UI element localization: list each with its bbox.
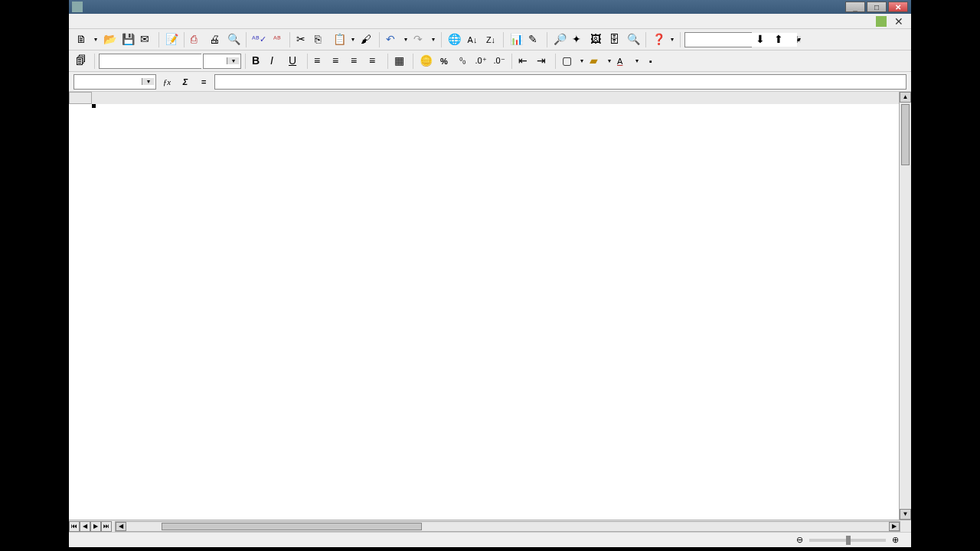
navigator-button[interactable]: ✦: [570, 31, 586, 48]
undo-button[interactable]: ↶: [384, 31, 400, 48]
maximize-button[interactable]: □: [867, 2, 887, 12]
tab-next-button[interactable]: ▶: [90, 521, 101, 532]
cut-button[interactable]: ✂: [294, 31, 311, 48]
tab-last-button[interactable]: ⏭: [101, 521, 112, 532]
find-prev-button[interactable]: ⬆: [772, 31, 789, 48]
tab-prev-button[interactable]: ◀: [80, 521, 90, 532]
active-cell-indicator: [92, 104, 95, 107]
sheet-area: ▲ ▼: [69, 92, 911, 520]
paste-dropdown[interactable]: ▾: [349, 36, 357, 43]
app-window: _ □ ✕ ✕ 🗎▾ 📂 💾 ✉ 📝 ⎙ 🖨 🔍 ᴬᴮ✓ ᴬᴮ ✂ ⎘ 📋▾ 🖌…: [69, 0, 911, 547]
dec-indent-button[interactable]: ⇤: [516, 53, 533, 70]
edit-doc-button[interactable]: 📝: [163, 31, 180, 48]
find-combo[interactable]: ▾: [684, 32, 752, 47]
underline-button[interactable]: U: [286, 53, 303, 70]
standard-format-button[interactable]: ⁰₀: [454, 53, 471, 70]
tab-first-button[interactable]: ⏮: [69, 521, 80, 532]
open-button[interactable]: 📂: [101, 31, 118, 48]
undo-dropdown[interactable]: ▾: [402, 36, 410, 43]
merge-cells-button[interactable]: ▦: [392, 53, 409, 70]
row-headers: [69, 104, 92, 520]
standard-toolbar: 🗎▾ 📂 💾 ✉ 📝 ⎙ 🖨 🔍 ᴬᴮ✓ ᴬᴮ ✂ ⎘ 📋▾ 🖌 ↶▾ ↷▾ 🌐…: [69, 29, 911, 51]
update-icon[interactable]: [876, 16, 887, 27]
name-box-arrow[interactable]: ▾: [142, 78, 154, 85]
scroll-left-arrow[interactable]: ◀: [116, 522, 126, 531]
horizontal-scrollbar[interactable]: ◀ ▶: [115, 521, 900, 532]
align-left-button[interactable]: ≡: [312, 53, 328, 70]
autospell-button[interactable]: ᴬᴮ: [269, 31, 286, 48]
datasources-button[interactable]: 🗄: [606, 31, 623, 48]
new-dropdown[interactable]: ▾: [92, 36, 100, 43]
name-box[interactable]: ▾: [74, 74, 156, 90]
spellcheck-button[interactable]: ᴬᴮ✓: [250, 31, 267, 48]
scroll-right-arrow[interactable]: ▶: [889, 522, 900, 531]
font-name-input[interactable]: [100, 54, 211, 68]
zoom-out-button[interactable]: ⊖: [796, 535, 803, 545]
sheet-tabs-row: ⏮ ◀ ▶ ⏭ ◀ ▶: [69, 520, 911, 532]
font-size-arrow[interactable]: ▾: [227, 57, 239, 64]
align-right-button[interactable]: ≡: [348, 53, 365, 70]
font-size-input[interactable]: [204, 54, 227, 68]
column-headers: [69, 92, 911, 104]
function-wizard-button[interactable]: ƒx: [159, 74, 175, 90]
toolbar2-menu[interactable]: ▪: [642, 53, 659, 70]
menubar: ✕: [69, 14, 911, 29]
toolbar-menu[interactable]: ▪: [790, 31, 807, 48]
name-box-input[interactable]: [74, 75, 142, 89]
del-decimal-button[interactable]: .0⁻: [491, 53, 508, 70]
styles-button[interactable]: 🗐: [74, 53, 90, 70]
italic-button[interactable]: I: [268, 53, 285, 70]
add-decimal-button[interactable]: .0⁺: [472, 53, 489, 70]
hyperlink-button[interactable]: 🌐: [446, 31, 462, 48]
zoom-slider[interactable]: [809, 539, 886, 542]
bold-button[interactable]: B: [250, 53, 266, 70]
hscroll-thumb[interactable]: [162, 523, 422, 530]
export-pdf-button[interactable]: ⎙: [188, 31, 205, 48]
redo-dropdown[interactable]: ▾: [430, 36, 437, 43]
minimize-button[interactable]: _: [845, 2, 865, 12]
redo-button[interactable]: ↷: [411, 31, 428, 48]
close-doc-button[interactable]: ✕: [891, 15, 906, 28]
inc-indent-button[interactable]: ⇥: [534, 53, 551, 70]
gallery-button[interactable]: 🖼: [588, 31, 605, 48]
find-next-button[interactable]: ⬇: [753, 31, 770, 48]
vertical-scrollbar[interactable]: ▲ ▼: [899, 92, 911, 520]
formula-input[interactable]: [214, 74, 906, 90]
select-all-corner[interactable]: [69, 92, 92, 104]
chart-button[interactable]: 📊: [508, 31, 524, 48]
font-name-combo[interactable]: ▾: [99, 54, 201, 69]
save-button[interactable]: 💾: [119, 31, 136, 48]
cell-grid[interactable]: [92, 104, 911, 520]
scroll-down-arrow[interactable]: ▼: [900, 509, 911, 520]
email-button[interactable]: ✉: [138, 31, 155, 48]
percent-button[interactable]: %: [436, 53, 452, 70]
paste-button[interactable]: 📋: [331, 31, 348, 48]
borders-button[interactable]: ▢: [560, 53, 577, 70]
copy-button[interactable]: ⎘: [312, 31, 329, 48]
fontcolor-button[interactable]: A: [615, 53, 632, 70]
show-draw-button[interactable]: ✎: [526, 31, 543, 48]
justify-button[interactable]: ≡: [367, 53, 384, 70]
align-center-button[interactable]: ≡: [330, 53, 347, 70]
close-button[interactable]: ✕: [888, 2, 908, 12]
format-paint-button[interactable]: 🖌: [358, 31, 375, 48]
help-button[interactable]: ❓: [650, 31, 667, 48]
sort-desc-button[interactable]: Z↓: [482, 31, 499, 48]
currency-button[interactable]: 🪙: [417, 53, 434, 70]
font-size-combo[interactable]: ▾: [203, 54, 241, 69]
preview-button[interactable]: 🔍: [225, 31, 242, 48]
scroll-up-arrow[interactable]: ▲: [900, 92, 911, 103]
vscroll-thumb[interactable]: [901, 104, 910, 165]
bgcolor-button[interactable]: ▰: [587, 53, 604, 70]
print-button[interactable]: 🖨: [207, 31, 224, 48]
equals-button[interactable]: =: [196, 74, 211, 90]
sum-button[interactable]: Σ: [178, 74, 193, 90]
statusbar: ⊖ ⊕: [69, 532, 911, 547]
zoom-button[interactable]: 🔍: [625, 31, 642, 48]
sort-asc-button[interactable]: A↓: [464, 31, 481, 48]
find-replace-button[interactable]: 🔎: [551, 31, 568, 48]
titlebar: _ □ ✕: [69, 0, 911, 14]
zoom-in-button[interactable]: ⊕: [892, 535, 899, 545]
new-button[interactable]: 🗎: [74, 31, 90, 48]
formula-bar: ▾ ƒx Σ =: [69, 72, 911, 92]
